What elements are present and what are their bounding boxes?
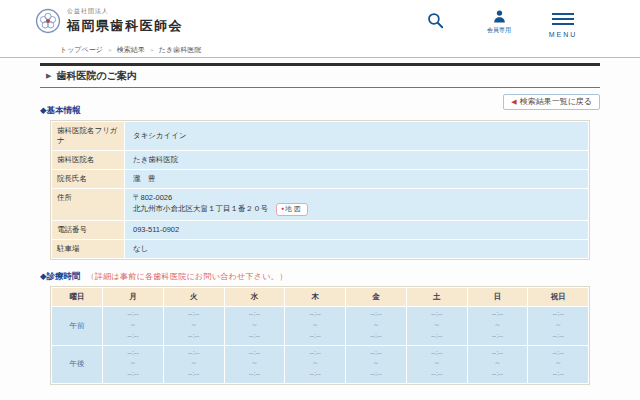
row-label: 駐車場	[52, 240, 124, 258]
hours-cell-line: ～	[346, 320, 406, 331]
hours-cell-line: --:--	[346, 348, 406, 359]
logo-text: 公益社団法人 福岡県歯科医師会	[67, 7, 183, 35]
hours-cell-line: ～	[407, 358, 467, 369]
hours-table: 曜日月火水木金土日祝日 午前--:--～--:----:--～--:----:-…	[50, 286, 590, 385]
search-icon	[426, 11, 445, 30]
hours-cell-line: ～	[103, 320, 163, 331]
hours-column-header: 火	[164, 288, 224, 306]
hours-column-header: 水	[225, 288, 285, 306]
row-label: 住所	[52, 189, 124, 220]
hours-cell-line: --:--	[528, 331, 588, 342]
hours-cell: --:--～--:--	[225, 307, 285, 345]
basic-info-table: 歯科医院名フリガナタキシカイイン歯科医院名たき歯科医院院長氏名瀧 豊住所〒802…	[50, 120, 590, 260]
hamburger-icon	[552, 9, 574, 28]
main-content: ▶歯科医院のご案内 ◀検索結果一覧に戻る ◆基本情報 歯科医院名フリガナタキシカ…	[0, 58, 640, 400]
breadcrumb-link[interactable]: 検索結果	[117, 46, 145, 53]
hours-cell-line: ～	[285, 358, 345, 369]
hours-row: 午前--:--～--:----:--～--:----:--～--:----:--…	[52, 307, 588, 345]
hours-cell: --:--～--:--	[225, 346, 285, 384]
hours-column-header: 曜日	[52, 288, 102, 306]
table-row: 住所〒802-0026北九州市小倉北区大畠１丁目１番２０号●地図	[52, 189, 588, 220]
hours-cell-line: --:--	[225, 348, 285, 359]
hours-cell: --:--～--:--	[285, 346, 345, 384]
back-to-results-button[interactable]: ◀検索結果一覧に戻る	[503, 94, 600, 110]
hours-cell-line: --:--	[285, 369, 345, 380]
hours-column-header: 金	[346, 288, 406, 306]
hours-cell-line: --:--	[164, 369, 224, 380]
hours-column-header: 祝日	[528, 288, 588, 306]
map-button[interactable]: ●地図	[276, 203, 308, 215]
hours-row-label: 午後	[52, 346, 102, 384]
table-row: 電話番号093-511-0902	[52, 221, 588, 239]
table-row: 院長氏名瀧 豊	[52, 170, 588, 188]
back-button-label: 検索結果一覧に戻る	[520, 97, 592, 106]
hours-cell-line: ～	[468, 358, 528, 369]
hours-cell-line: ～	[346, 358, 406, 369]
menu-button[interactable]: MENU	[544, 9, 582, 38]
row-value: 〒802-0026北九州市小倉北区大畠１丁目１番２０号●地図	[125, 189, 588, 220]
hours-column-header: 月	[103, 288, 163, 306]
title-arrow-icon: ▶	[46, 72, 51, 79]
hours-cell: --:--～--:--	[103, 307, 163, 345]
hours-row-label: 午前	[52, 307, 102, 345]
row-label: 歯科医院名	[52, 151, 124, 169]
breadcrumb: トップページ＞検索結果＞たき歯科医院	[60, 45, 201, 55]
hours-cell-line: --:--	[103, 309, 163, 320]
row-value: なし	[125, 240, 588, 258]
hours-heading: ◆診療時間（詳細は事前に各歯科医院にお問い合わせ下さい。）	[40, 271, 600, 283]
row-value-line: 北九州市小倉北区大畠１丁目１番２０号●地図	[133, 203, 580, 215]
row-value: 093-511-0902	[125, 221, 588, 239]
hours-cell-line: ～	[164, 358, 224, 369]
hours-cell-line: --:--	[103, 331, 163, 342]
hours-cell: --:--～--:--	[164, 307, 224, 345]
hours-cell-line: --:--	[528, 369, 588, 380]
org-type-label: 公益社団法人	[67, 7, 183, 16]
hours-cell-line: --:--	[225, 331, 285, 342]
hours-cell-line: --:--	[528, 309, 588, 320]
hours-cell: --:--～--:--	[528, 307, 588, 345]
members-only-label: 会員専用	[487, 26, 511, 35]
hours-cell-line: --:--	[407, 348, 467, 359]
page-title-bar: ▶歯科医院のご案内	[40, 63, 600, 88]
hours-cell-line: --:--	[103, 369, 163, 380]
hours-cell-line: --:--	[407, 369, 467, 380]
search-button[interactable]	[416, 9, 454, 38]
hours-cell-line: --:--	[164, 331, 224, 342]
hours-cell: --:--～--:--	[468, 307, 528, 345]
hours-cell-line: ～	[468, 320, 528, 331]
hours-cell: --:--～--:--	[103, 346, 163, 384]
table-row: 駐車場なし	[52, 240, 588, 258]
hours-cell: --:--～--:--	[285, 307, 345, 345]
back-row: ◀検索結果一覧に戻る	[40, 90, 600, 104]
members-only-button[interactable]: 会員専用	[480, 9, 518, 38]
hours-cell-line: --:--	[407, 331, 467, 342]
hours-cell: --:--～--:--	[468, 346, 528, 384]
breadcrumb-link[interactable]: トップページ	[60, 46, 103, 53]
hours-cell-line: ～	[225, 320, 285, 331]
hours-cell: --:--～--:--	[407, 346, 467, 384]
hours-cell-line: ～	[528, 358, 588, 369]
breadcrumb-link[interactable]: たき歯科医院	[159, 46, 201, 53]
hours-cell-line: --:--	[468, 348, 528, 359]
hours-cell-line: ～	[407, 320, 467, 331]
site-logo[interactable]: 公益社団法人 福岡県歯科医師会	[35, 7, 183, 35]
hours-row: 午後--:--～--:----:--～--:----:--～--:----:--…	[52, 346, 588, 384]
site-header: 公益社団法人 福岡県歯科医師会 会員専用 MENU トップページ＞検索結果＞たき…	[0, 0, 640, 58]
row-label: 電話番号	[52, 221, 124, 239]
hours-cell-line: --:--	[468, 369, 528, 380]
hours-cell-line: --:--	[164, 309, 224, 320]
hours-cell: --:--～--:--	[346, 307, 406, 345]
hours-cell-line: ～	[103, 358, 163, 369]
hours-cell-line: --:--	[407, 309, 467, 320]
row-label: 歯科医院名フリガナ	[52, 122, 124, 150]
hours-column-header: 木	[285, 288, 345, 306]
header-icons: 会員専用 MENU	[416, 9, 582, 38]
hours-cell-line: ～	[225, 358, 285, 369]
breadcrumb-separator: ＞	[107, 47, 113, 53]
hours-heading-text: ◆診療時間	[40, 271, 81, 281]
hours-column-header: 土	[407, 288, 467, 306]
hours-cell-line: ～	[164, 320, 224, 331]
hours-cell-line: --:--	[103, 348, 163, 359]
hours-cell-line: --:--	[285, 331, 345, 342]
hours-column-header: 日	[468, 288, 528, 306]
